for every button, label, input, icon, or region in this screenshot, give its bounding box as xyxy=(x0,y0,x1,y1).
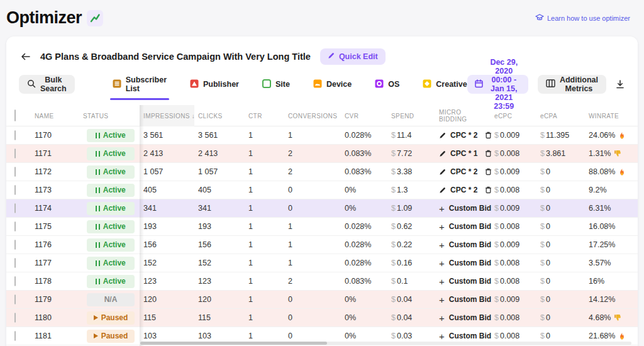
header-cell-clicks[interactable]: CLICKS xyxy=(194,113,245,120)
add-bid-plus-icon[interactable]: + xyxy=(439,313,445,323)
bid-label[interactable]: Custom Bid xyxy=(449,240,491,249)
ecpa-value: 0 xyxy=(546,332,550,340)
row-checkbox[interactable] xyxy=(14,221,16,232)
row-checkbox[interactable] xyxy=(14,130,16,140)
edit-bid-pencil-icon[interactable] xyxy=(439,169,446,176)
header-cell-ecpa[interactable]: eCPA xyxy=(536,113,585,120)
back-button[interactable] xyxy=(20,52,31,62)
tab-subscriber-list[interactable]: Subscriber List xyxy=(113,75,167,93)
ecpa-value: 11.395 xyxy=(546,131,569,140)
row-checkbox[interactable] xyxy=(14,276,16,286)
app-logo: Optimizer xyxy=(6,8,103,28)
header-cell-spend[interactable]: SPEND xyxy=(387,113,435,120)
ecpc-cell: $0.008 xyxy=(491,149,536,158)
status-label: Paused xyxy=(101,313,128,322)
header-cell-cvr[interactable]: CVR xyxy=(341,113,387,120)
currency-symbol: $ xyxy=(391,131,396,140)
horizontal-scrollbar-thumb[interactable] xyxy=(140,342,327,345)
status-cell: Active xyxy=(83,275,140,288)
conversions-cell: 0 xyxy=(284,313,341,322)
tab-creative[interactable]: Creative xyxy=(423,79,467,90)
add-bid-plus-icon[interactable]: + xyxy=(439,331,445,342)
row-checkbox[interactable] xyxy=(14,203,16,213)
row-checkbox[interactable] xyxy=(14,185,16,195)
bid-label[interactable]: Custom Bid xyxy=(449,222,491,231)
table-row: 1176 Active 156 156 1 1 0.028% $0.22 + C… xyxy=(6,236,638,254)
bid-label[interactable]: CPC * 2 xyxy=(450,186,477,194)
status-cell: Active xyxy=(83,220,140,233)
header-cell-winrate[interactable]: WINRATE xyxy=(585,113,638,120)
header-cell-micro-bidding[interactable]: MICRO BIDDING xyxy=(435,109,491,123)
ecpa-value: 0 xyxy=(546,313,550,322)
app-logo-text: Optimizer xyxy=(6,8,82,28)
row-checkbox[interactable] xyxy=(14,294,16,304)
bulk-search-button[interactable]: Bulk Search xyxy=(19,75,75,94)
currency-symbol: $ xyxy=(494,149,499,158)
ctr-cell: 1 xyxy=(245,186,284,194)
additional-metrics-button[interactable]: Additional Metrics xyxy=(538,75,606,94)
bid-label[interactable]: Custom Bid xyxy=(449,313,491,322)
date-range-picker[interactable]: Dec 29, 2020 00:00 - Jan 15, 2021 23:59 xyxy=(467,75,528,94)
tab-publisher[interactable]: Publisher xyxy=(190,79,239,90)
bid-label[interactable]: CPC * 2 xyxy=(450,131,477,140)
ctr-cell: 1 xyxy=(245,277,284,286)
clicks-cell: 1 057 xyxy=(194,167,245,176)
header-cell-ctr[interactable]: CTR xyxy=(245,113,284,120)
winrate-value: 21.68% xyxy=(589,332,615,340)
header-cell-ecpc[interactable]: eCPC xyxy=(491,113,536,120)
header-cell-impressions[interactable]: IMPRESSIONS ↓ xyxy=(140,105,194,126)
row-checkbox-cell xyxy=(6,222,35,231)
learn-link-label: Learn how to use optimizer xyxy=(547,14,630,22)
bid-label[interactable]: Custom Bid xyxy=(449,204,491,213)
currency-symbol: $ xyxy=(494,186,499,194)
bulk-search-label: Bulk Search xyxy=(40,75,67,93)
row-checkbox[interactable] xyxy=(14,240,16,250)
bid-label[interactable]: CPC * 2 xyxy=(450,167,477,176)
spend-value: 0.16 xyxy=(397,259,412,267)
download-icon[interactable] xyxy=(615,79,625,89)
row-checkbox[interactable] xyxy=(14,331,16,341)
clicks-cell: 2 413 xyxy=(194,149,245,158)
impressions-cell: 1 057 xyxy=(140,167,194,176)
add-bid-plus-icon[interactable]: + xyxy=(439,221,445,232)
tab-site[interactable]: Site xyxy=(262,79,290,90)
impressions-cell: 3 561 xyxy=(140,131,194,140)
row-checkbox[interactable] xyxy=(14,148,16,159)
add-bid-plus-icon[interactable]: + xyxy=(439,276,445,287)
edit-bid-pencil-icon[interactable] xyxy=(439,132,446,139)
edit-bid-pencil-icon[interactable] xyxy=(439,187,446,194)
ecpa-cell: $0 xyxy=(536,313,585,322)
header-cell-status[interactable]: STATUS xyxy=(83,113,140,120)
ctr-cell: 1 xyxy=(245,332,284,340)
header-cell-conversions[interactable]: CONVERSIONS xyxy=(284,113,341,120)
bid-label[interactable]: Custom Bid xyxy=(449,332,491,340)
tab-device[interactable]: Device xyxy=(313,79,352,90)
name-cell: 1176 xyxy=(35,240,83,249)
horizontal-scrollbar-track[interactable] xyxy=(140,342,631,345)
ecpc-cell: $0.008 xyxy=(491,186,536,194)
bid-label[interactable]: Custom Bid xyxy=(449,295,491,304)
header-cell-name[interactable]: NAME xyxy=(35,113,83,120)
add-bid-plus-icon[interactable]: + xyxy=(439,294,445,305)
add-bid-plus-icon[interactable]: + xyxy=(439,203,445,214)
bid-label[interactable]: Custom Bid xyxy=(449,277,491,286)
currency-symbol: $ xyxy=(494,240,499,249)
pause-icon xyxy=(96,279,100,284)
currency-symbol: $ xyxy=(494,167,499,176)
add-bid-plus-icon[interactable]: + xyxy=(439,240,445,250)
quick-edit-label: Quick Edit xyxy=(339,52,378,61)
table-row: 1178 Active 123 123 1 2 0.083% $0.1 + Cu… xyxy=(6,272,638,291)
tab-os[interactable]: OS xyxy=(375,79,399,90)
row-checkbox[interactable] xyxy=(14,313,16,323)
select-all-checkbox[interactable] xyxy=(14,109,16,121)
add-bid-plus-icon[interactable]: + xyxy=(439,258,445,269)
bid-label[interactable]: CPC * 1 xyxy=(450,149,477,158)
quick-edit-button[interactable]: Quick Edit xyxy=(320,48,386,65)
edit-bid-pencil-icon[interactable] xyxy=(439,150,446,157)
learn-link[interactable]: Learn how to use optimizer xyxy=(535,13,630,23)
row-checkbox[interactable] xyxy=(14,258,16,268)
ecpa-cell: $0 xyxy=(536,204,585,213)
bid-label[interactable]: Custom Bid xyxy=(449,259,491,267)
page-title: 4G Plans & Broadband Service Campaign Wi… xyxy=(40,52,311,62)
row-checkbox[interactable] xyxy=(14,167,16,177)
